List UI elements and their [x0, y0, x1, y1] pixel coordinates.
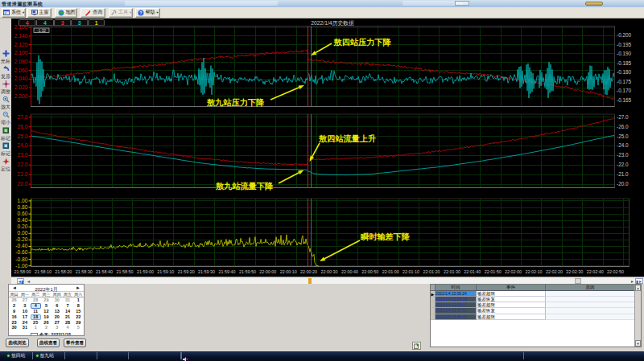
- svg-text:21:58:20: 21:58:20: [55, 269, 72, 274]
- svg-text:敖九站流量下降: 敖九站流量下降: [215, 181, 274, 191]
- svg-text:-24.0: -24.0: [617, 142, 629, 148]
- svg-text:-20.0: -20.0: [617, 181, 629, 187]
- svg-text:-0.175: -0.175: [617, 79, 632, 84]
- svg-text:1: 1: [95, 20, 98, 26]
- svg-text:22:01:00: 22:01:00: [382, 269, 399, 274]
- svg-text:23.0: 23.0: [17, 152, 27, 158]
- svg-text:-0.180: -0.180: [617, 69, 632, 75]
- svg-text:0.20: 0.20: [17, 224, 27, 229]
- svg-text:22:02:00: 22:02:00: [505, 269, 522, 274]
- svg-text:2.040: 2.040: [14, 76, 28, 81]
- svg-text:2.100: 2.100: [14, 50, 28, 55]
- svg-text:22:01:10: 22:01:10: [402, 269, 419, 274]
- svg-text:-0.60: -0.60: [15, 249, 28, 255]
- svg-text:2.080: 2.080: [14, 59, 28, 64]
- svg-text:敖四站流量上升: 敖四站流量上升: [318, 133, 376, 143]
- svg-text:1.00: 1.00: [17, 198, 27, 203]
- svg-text:-26.0: -26.0: [617, 124, 629, 129]
- svg-text:22:00:00: 22:00:00: [259, 269, 276, 274]
- svg-text:22:02:50: 22:02:50: [607, 269, 624, 274]
- svg-text:22:02:10: 22:02:10: [526, 269, 543, 274]
- svg-text:-0.195: -0.195: [617, 42, 632, 47]
- svg-text:22:01:30: 22:01:30: [444, 269, 460, 274]
- svg-text:0.00: 0.00: [17, 230, 27, 236]
- svg-text:20.0: 20.0: [17, 181, 27, 187]
- svg-text:27.0: 27.0: [17, 114, 27, 120]
- svg-text:22:00:40: 22:00:40: [341, 269, 358, 274]
- svg-text:2.120: 2.120: [14, 42, 28, 47]
- svg-text:22.0: 22.0: [17, 162, 27, 167]
- svg-text:21:59:30: 21:59:30: [198, 269, 215, 274]
- svg-text:敖九站压力下降: 敖九站压力下降: [206, 98, 265, 107]
- svg-text:-25.0: -25.0: [617, 133, 629, 139]
- svg-text:?: ?: [139, 10, 142, 15]
- svg-text:0.40: 0.40: [17, 217, 27, 223]
- svg-text:-0.200: -0.200: [617, 32, 632, 38]
- svg-text:21:59:10: 21:59:10: [157, 269, 174, 274]
- svg-text:21:58:10: 21:58:10: [35, 269, 52, 274]
- svg-text:22:01:50: 22:01:50: [485, 269, 502, 274]
- svg-text:21:58:50: 21:58:50: [117, 269, 134, 274]
- svg-text:22:00:30: 22:00:30: [321, 269, 338, 274]
- svg-text:-0.80: -0.80: [15, 256, 28, 262]
- svg-text:2.160: 2.160: [14, 24, 28, 30]
- svg-text:22:01:40: 22:01:40: [464, 269, 481, 274]
- svg-text:4: 4: [43, 20, 47, 26]
- svg-text:-1.00: -1.00: [15, 263, 28, 269]
- svg-text:-0.190: -0.190: [617, 51, 632, 56]
- svg-text:22:00:10: 22:00:10: [280, 269, 297, 274]
- svg-text:2.000: 2.000: [14, 93, 28, 99]
- svg-text:22:02:30: 22:02:30: [566, 269, 583, 274]
- svg-text:2.060: 2.060: [14, 68, 28, 73]
- svg-text:22:00:50: 22:00:50: [361, 269, 378, 274]
- svg-text:21:58:30: 21:58:30: [76, 269, 93, 274]
- svg-text:-0.170: -0.170: [617, 88, 632, 93]
- svg-text:-1.32: -1.32: [37, 29, 46, 33]
- svg-text:22:01:20: 22:01:20: [423, 269, 440, 274]
- svg-text:0.80: 0.80: [17, 204, 27, 210]
- svg-text:-22.0: -22.0: [617, 162, 629, 167]
- svg-text:21.0: 21.0: [17, 171, 27, 177]
- svg-text:21:59:50: 21:59:50: [239, 269, 256, 274]
- svg-text:21:59:40: 21:59:40: [219, 269, 236, 274]
- svg-text:-27.0: -27.0: [617, 114, 629, 120]
- svg-text:2.140: 2.140: [14, 33, 28, 39]
- svg-text:2022/1/4历史数据: 2022/1/4历史数据: [311, 20, 354, 27]
- svg-text:-0.40: -0.40: [15, 243, 28, 248]
- svg-text:3: 3: [78, 20, 81, 26]
- svg-text:21:58:00: 21:58:00: [14, 269, 31, 274]
- svg-text:-21.0: -21.0: [617, 171, 629, 177]
- svg-text:瞬时输差下降: 瞬时输差下降: [361, 232, 411, 241]
- svg-text:0.60: 0.60: [17, 211, 27, 216]
- svg-text:24.0: 24.0: [17, 142, 27, 148]
- svg-text:25.0: 25.0: [17, 133, 27, 139]
- svg-text:-0.165: -0.165: [617, 97, 632, 103]
- svg-text:22:02:40: 22:02:40: [587, 269, 604, 274]
- svg-text:21:59:00: 21:59:00: [137, 269, 154, 274]
- svg-text:敖四站压力下降: 敖四站压力下降: [333, 38, 392, 47]
- svg-text:21:58:40: 21:58:40: [96, 269, 113, 274]
- svg-text:22:00:20: 22:00:20: [300, 269, 317, 274]
- svg-text:-23.0: -23.0: [617, 152, 629, 158]
- svg-text:21:59:20: 21:59:20: [178, 269, 195, 274]
- svg-text:-0.185: -0.185: [617, 60, 632, 66]
- svg-text:26.0: 26.0: [17, 124, 27, 129]
- svg-text:22:02:20: 22:02:20: [546, 269, 563, 274]
- svg-text:3: 3: [61, 20, 64, 26]
- svg-text:2.020: 2.020: [14, 84, 28, 90]
- svg-text:-0.20: -0.20: [15, 236, 28, 242]
